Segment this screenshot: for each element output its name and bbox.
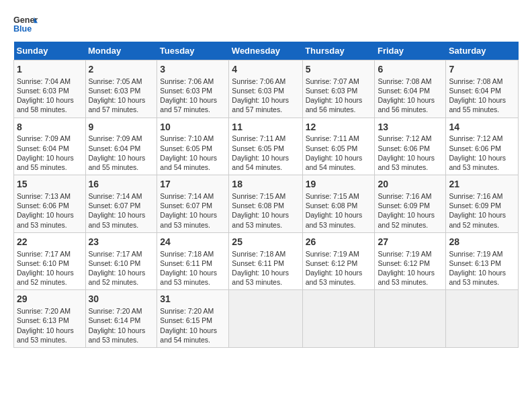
calendar-day-cell: 8 Sunrise: 7:09 AM Sunset: 6:04 PM Dayli… [14, 118, 86, 175]
daylight-label: Daylight: 10 hours and 53 minutes. [17, 326, 74, 344]
day-number: 16 [89, 178, 154, 191]
calendar-day-cell: 23 Sunrise: 7:17 AM Sunset: 6:10 PM Dayl… [85, 232, 157, 290]
daylight-label: Daylight: 10 hours and 53 minutes. [89, 326, 146, 344]
calendar-day-cell: 10 Sunrise: 7:10 AM Sunset: 6:05 PM Dayl… [157, 118, 229, 175]
calendar-header-row: SundayMondayTuesdayWednesdayThursdayFrid… [14, 42, 519, 60]
day-number: 23 [89, 236, 154, 248]
day-number: 8 [17, 121, 83, 134]
day-number: 7 [449, 63, 515, 76]
daylight-label: Daylight: 10 hours and 52 minutes. [378, 211, 435, 228]
calendar-week-row: 1 Sunrise: 7:04 AM Sunset: 6:03 PM Dayli… [14, 60, 519, 118]
daylight-label: Daylight: 10 hours and 55 minutes. [89, 154, 146, 171]
calendar-page: General Blue SundayMondayTuesdayWednesda… [0, 0, 532, 355]
day-header: Thursday [302, 42, 375, 60]
day-number: 25 [232, 236, 299, 248]
calendar-day-cell: 1 Sunrise: 7:04 AM Sunset: 6:03 PM Dayli… [14, 60, 86, 118]
day-number: 9 [89, 121, 154, 134]
day-number: 28 [449, 236, 515, 248]
daylight-label: Daylight: 10 hours and 53 minutes. [232, 211, 289, 228]
sunset-label: Sunset: 6:04 PM [449, 87, 501, 95]
day-number: 22 [17, 236, 83, 248]
sunset-label: Sunset: 6:06 PM [378, 144, 430, 152]
calendar-day-cell: 18 Sunrise: 7:15 AM Sunset: 6:08 PM Dayl… [229, 175, 302, 233]
day-header: Monday [85, 42, 157, 60]
sunset-label: Sunset: 6:03 PM [17, 87, 69, 95]
calendar-day-cell: 9 Sunrise: 7:09 AM Sunset: 6:04 PM Dayli… [85, 118, 157, 175]
day-number: 13 [378, 121, 443, 134]
day-number: 10 [160, 121, 226, 134]
empty-cell [375, 290, 446, 348]
sunrise-label: Sunrise: 7:16 AM [378, 192, 431, 200]
calendar-day-cell: 7 Sunrise: 7:08 AM Sunset: 6:04 PM Dayli… [446, 60, 519, 118]
calendar-day-cell: 5 Sunrise: 7:07 AM Sunset: 6:03 PM Dayli… [302, 60, 375, 118]
sunset-label: Sunset: 6:05 PM [160, 144, 212, 152]
sunrise-label: Sunrise: 7:20 AM [160, 307, 214, 315]
sunrise-label: Sunrise: 7:08 AM [449, 77, 502, 85]
calendar-day-cell: 16 Sunrise: 7:14 AM Sunset: 6:07 PM Dayl… [85, 175, 157, 233]
day-number: 27 [378, 236, 443, 248]
daylight-label: Daylight: 10 hours and 53 minutes. [449, 154, 506, 171]
day-number: 3 [160, 63, 226, 76]
day-number: 14 [449, 121, 515, 134]
sunrise-label: Sunrise: 7:18 AM [232, 250, 285, 258]
calendar-day-cell: 19 Sunrise: 7:15 AM Sunset: 6:08 PM Dayl… [302, 175, 375, 233]
sunset-label: Sunset: 6:08 PM [306, 201, 358, 210]
daylight-label: Daylight: 10 hours and 54 minutes. [160, 326, 217, 344]
daylight-label: Daylight: 10 hours and 53 minutes. [378, 269, 435, 286]
daylight-label: Daylight: 10 hours and 53 minutes. [89, 211, 146, 228]
daylight-label: Daylight: 10 hours and 52 minutes. [449, 211, 506, 228]
sunset-label: Sunset: 6:06 PM [449, 144, 501, 152]
sunrise-label: Sunrise: 7:07 AM [306, 77, 359, 85]
daylight-label: Daylight: 10 hours and 54 minutes. [232, 154, 289, 171]
sunrise-label: Sunrise: 7:19 AM [306, 250, 359, 258]
calendar-day-cell: 31 Sunrise: 7:20 AM Sunset: 6:15 PM Dayl… [157, 290, 229, 348]
day-number: 21 [449, 178, 515, 191]
sunset-label: Sunset: 6:08 PM [232, 201, 284, 210]
sunset-label: Sunset: 6:07 PM [89, 201, 141, 210]
daylight-label: Daylight: 10 hours and 57 minutes. [232, 96, 289, 113]
calendar-day-cell: 24 Sunrise: 7:18 AM Sunset: 6:11 PM Dayl… [157, 232, 229, 290]
sunrise-label: Sunrise: 7:18 AM [160, 250, 214, 258]
sunrise-label: Sunrise: 7:19 AM [378, 250, 431, 258]
day-header: Saturday [446, 42, 519, 60]
day-number: 17 [160, 178, 226, 191]
daylight-label: Daylight: 10 hours and 53 minutes. [160, 269, 217, 286]
sunset-label: Sunset: 6:06 PM [17, 201, 69, 210]
sunset-label: Sunset: 6:04 PM [378, 87, 430, 95]
daylight-label: Daylight: 10 hours and 55 minutes. [17, 154, 74, 171]
day-number: 15 [17, 178, 83, 191]
day-header: Wednesday [229, 42, 302, 60]
sunset-label: Sunset: 6:11 PM [160, 259, 212, 267]
day-number: 31 [160, 293, 226, 306]
calendar-week-row: 8 Sunrise: 7:09 AM Sunset: 6:04 PM Dayli… [14, 118, 519, 175]
sunset-label: Sunset: 6:13 PM [449, 259, 501, 267]
day-number: 11 [232, 121, 299, 134]
sunrise-label: Sunrise: 7:20 AM [89, 307, 142, 315]
day-number: 26 [306, 236, 372, 248]
sunrise-label: Sunrise: 7:13 AM [17, 192, 71, 200]
daylight-label: Daylight: 10 hours and 53 minutes. [449, 269, 506, 286]
calendar-day-cell: 20 Sunrise: 7:16 AM Sunset: 6:09 PM Dayl… [375, 175, 446, 233]
day-header: Tuesday [157, 42, 229, 60]
day-number: 12 [306, 121, 372, 134]
calendar-day-cell: 17 Sunrise: 7:14 AM Sunset: 6:07 PM Dayl… [157, 175, 229, 233]
calendar-day-cell: 27 Sunrise: 7:19 AM Sunset: 6:12 PM Dayl… [375, 232, 446, 290]
sunset-label: Sunset: 6:07 PM [160, 201, 212, 210]
daylight-label: Daylight: 10 hours and 53 minutes. [378, 154, 435, 171]
sunrise-label: Sunrise: 7:12 AM [378, 134, 431, 142]
sunset-label: Sunset: 6:03 PM [89, 87, 141, 95]
calendar-day-cell: 6 Sunrise: 7:08 AM Sunset: 6:04 PM Dayli… [375, 60, 446, 118]
svg-text:Blue: Blue [13, 24, 32, 34]
daylight-label: Daylight: 10 hours and 53 minutes. [232, 269, 289, 286]
sunset-label: Sunset: 6:09 PM [449, 201, 501, 210]
day-header: Sunday [14, 42, 86, 60]
sunrise-label: Sunrise: 7:17 AM [17, 250, 71, 258]
sunrise-label: Sunrise: 7:17 AM [89, 250, 142, 258]
daylight-label: Daylight: 10 hours and 52 minutes. [89, 269, 146, 286]
calendar-day-cell: 28 Sunrise: 7:19 AM Sunset: 6:13 PM Dayl… [446, 232, 519, 290]
sunset-label: Sunset: 6:12 PM [378, 259, 430, 267]
calendar-day-cell: 29 Sunrise: 7:20 AM Sunset: 6:13 PM Dayl… [14, 290, 86, 348]
sunrise-label: Sunrise: 7:15 AM [232, 192, 285, 200]
sunset-label: Sunset: 6:15 PM [160, 316, 212, 324]
sunrise-label: Sunrise: 7:16 AM [449, 192, 502, 200]
